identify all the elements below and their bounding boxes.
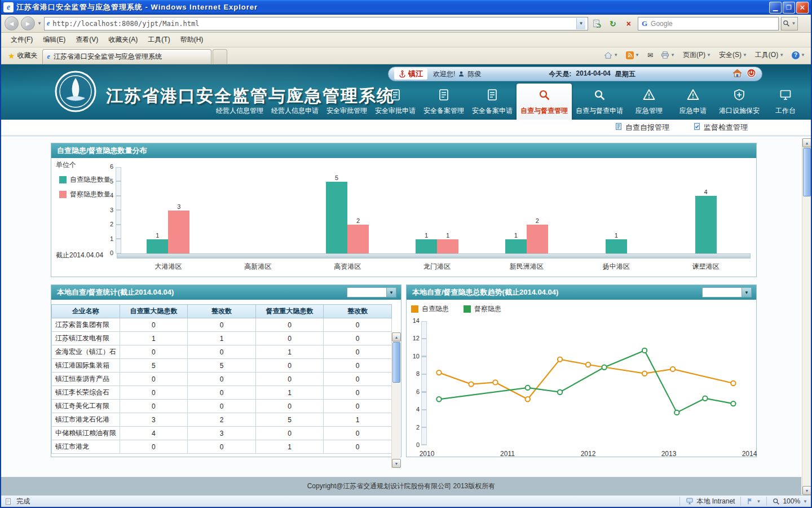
nav-item[interactable]: 安全备案申请 <box>468 85 517 120</box>
print-button[interactable]: ▼ <box>657 50 678 60</box>
nav-item-label: 安全备案申请 <box>472 106 513 116</box>
help-button[interactable]: ?▼ <box>788 50 809 61</box>
bar-group: 12 <box>482 217 571 253</box>
logout-button[interactable] <box>747 68 756 80</box>
history-dropdown-icon[interactable]: ▼ <box>37 21 42 26</box>
y-tick-label: 10 <box>407 353 420 360</box>
scrollbar-thumb[interactable] <box>392 342 400 383</box>
safety-menu-button[interactable]: 安全(S)▼ <box>716 49 751 62</box>
address-dropdown-icon[interactable]: ▼ <box>576 18 585 29</box>
close-button[interactable]: ✕ <box>796 2 809 14</box>
company-name-cell: 江苏镇江发电有限 <box>52 332 120 345</box>
subnav-item-label: 监督检查管理 <box>704 122 748 133</box>
favorites-button[interactable]: ★ 收藏夹 <box>3 48 42 64</box>
refresh-button[interactable]: ↻ <box>606 17 620 30</box>
search-button[interactable]: ▼ <box>781 17 798 30</box>
bar-x-axis <box>117 253 751 259</box>
city-chip[interactable]: 镇江 <box>394 68 427 80</box>
mail-button[interactable]: ✉ <box>644 50 656 61</box>
value-cell: 3 <box>120 413 188 427</box>
nav-item[interactable]: 港口设施保安 <box>715 85 764 120</box>
zoom-control[interactable]: 100% ▼ <box>766 497 807 506</box>
page-menu-button[interactable]: 页面(P)▼ <box>679 49 714 62</box>
people-icon <box>233 88 246 104</box>
scrollbar-thumb[interactable] <box>803 148 811 196</box>
nav-item-label: 安全审批申请 <box>375 106 416 116</box>
nav-item[interactable]: 经营人信息管理 <box>212 85 267 120</box>
back-button[interactable]: ◄ <box>5 16 19 30</box>
menu-item[interactable]: 查看(V) <box>70 33 103 47</box>
value-cell: 0 <box>324 318 392 332</box>
value-cell: 0 <box>324 359 392 373</box>
trend-filter-dropdown[interactable]: ▼ <box>702 287 752 297</box>
stop-button[interactable]: × <box>622 17 636 30</box>
nav-item[interactable]: 自查与督查申请 <box>572 85 627 120</box>
tab-active[interactable]: e 江苏省港口安全监管与应急管理系统 <box>42 49 211 64</box>
tools-menu-button[interactable]: 工具(O)▼ <box>752 49 787 62</box>
table-row: 江苏镇江发电有限1100 <box>52 332 392 345</box>
scroll-up-button[interactable]: ▲ <box>802 138 811 147</box>
nav-item[interactable]: 工作台 <box>764 85 807 120</box>
value-cell: 1 <box>255 345 324 359</box>
protected-mode-segment[interactable]: ▼ <box>740 497 761 506</box>
monitor-icon <box>779 88 792 104</box>
menu-item[interactable]: 收藏夹(A) <box>103 33 143 47</box>
company-name-cell: 镇江市港龙 <box>52 440 120 454</box>
company-name-cell: 镇江李长荣综合石 <box>52 386 120 400</box>
home-shortcut-button[interactable] <box>732 69 742 79</box>
home-button[interactable]: ▼ <box>601 50 621 61</box>
trend-panel-header: 本地自查/督查隐患总数趋势(截止2014.04.04) ▼ <box>407 285 756 300</box>
menu-item[interactable]: 文件(F) <box>6 33 38 47</box>
nav-item[interactable]: 经营人信息申请 <box>267 85 323 120</box>
table-row: 金海宏业（镇江）石0010 <box>52 345 392 359</box>
stats-filter-dropdown[interactable]: ▼ <box>347 287 396 297</box>
table-scrollbar[interactable]: ▲ ▼ <box>391 332 400 468</box>
forward-button[interactable]: ► <box>21 16 35 30</box>
bar <box>147 239 168 254</box>
menu-item[interactable]: 工具(T) <box>143 33 175 47</box>
bar-value-label: 1 <box>446 232 449 239</box>
restore-button[interactable]: ❐ <box>783 2 795 14</box>
nav-item[interactable]: 自查与督查管理 <box>517 84 572 120</box>
legend-swatch-selfcheck <box>59 176 67 183</box>
search-dropdown-icon[interactable]: ▼ <box>791 21 796 26</box>
data-point-marker <box>731 401 735 406</box>
data-point-marker <box>642 371 647 376</box>
chevron-down-icon[interactable]: ▼ <box>386 288 396 297</box>
bar-plot: 1352111214 <box>123 167 751 253</box>
star-icon: ★ <box>8 51 15 60</box>
value-cell: 2 <box>188 413 256 427</box>
nav-item[interactable]: 安全审批申请 <box>371 85 420 120</box>
scroll-down-button[interactable]: ▼ <box>802 486 811 495</box>
compatibility-button[interactable] <box>590 17 604 30</box>
nav-item[interactable]: 应急管理 <box>627 85 671 120</box>
new-tab-stub[interactable] <box>213 49 227 64</box>
legend-swatch-supervise <box>59 191 67 198</box>
address-bar: ◄ ► ▼ e http://localhost:8080/yjpt/Main.… <box>1 15 811 33</box>
value-cell: 0 <box>324 332 392 345</box>
company-name-cell: 金海宏业（镇江）石 <box>52 345 120 359</box>
table-row: 中储粮镇江粮油有限4300 <box>52 427 392 440</box>
search-input[interactable]: G Google <box>638 17 779 30</box>
scroll-up-button[interactable]: ▲ <box>392 332 401 341</box>
nav-item[interactable]: 安全备案管理 <box>420 85 468 120</box>
bar-wrap: 2 <box>527 217 548 253</box>
address-input[interactable]: e http://localhost:8080/yjpt/Main.html ▼ <box>44 17 588 30</box>
page-scrollbar[interactable]: ▲ ▼ <box>802 138 811 495</box>
scroll-down-button[interactable]: ▼ <box>392 459 401 468</box>
subnav-item[interactable]: 监督检查管理 <box>693 122 748 133</box>
bar-value-label: 4 <box>704 189 708 196</box>
nav-item[interactable]: 应急申请 <box>671 85 715 120</box>
menu-item[interactable]: 编辑(E) <box>38 33 70 47</box>
value-cell: 0 <box>188 373 256 386</box>
rss-button[interactable]: ▼ <box>623 50 643 61</box>
menu-item[interactable]: 帮助(H) <box>175 33 209 47</box>
search-icon <box>593 88 606 104</box>
minimize-button[interactable]: ▁ <box>769 2 782 14</box>
nav-item[interactable]: 安全审批管理 <box>323 85 371 120</box>
zoom-icon <box>773 498 780 505</box>
document-icon <box>340 88 354 104</box>
chevron-down-icon[interactable]: ▼ <box>742 288 751 297</box>
subnav-item[interactable]: 自查自报管理 <box>615 122 669 133</box>
intranet-icon <box>686 498 694 505</box>
